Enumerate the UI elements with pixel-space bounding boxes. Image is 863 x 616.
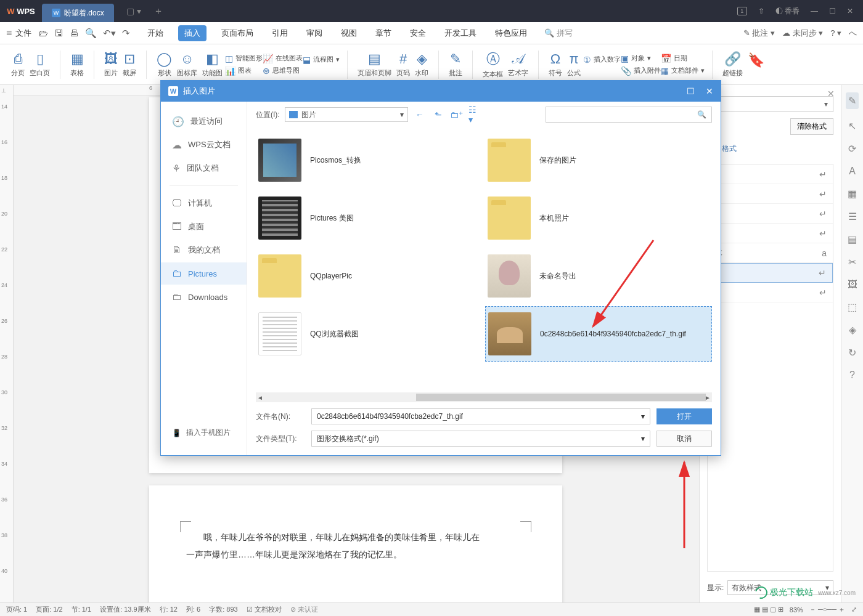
equation-button[interactable]: π公式 [565,51,583,78]
file-item[interactable]: 本机照片 [485,190,712,246]
preview-icon[interactable]: 🔍 [85,28,97,39]
sidebar-item-computer[interactable]: 🖵计算机 [161,192,247,214]
sidebar-item-recent[interactable]: 🕘最近访问 [161,110,247,132]
file-menu[interactable]: 文件 [15,28,31,39]
fit-icon[interactable]: ⤢ [851,606,857,614]
help-icon[interactable]: ? ▾ [830,28,841,38]
save-icon[interactable]: 🖫 [54,28,63,39]
panel-close-icon[interactable]: ✕ [827,89,835,99]
screenshot-button[interactable]: ⊡截屏 [120,51,139,78]
print-icon[interactable]: 🖶 [70,28,79,39]
file-item[interactable]: 保存的图片 [485,132,712,188]
refresh-icon[interactable]: ⟳ [848,143,856,155]
minimize-icon[interactable]: — [811,7,818,15]
file-item[interactable]: QQplayerPic [256,248,483,304]
pagebreak-button[interactable]: ⎙分页 [9,51,27,78]
horizontal-scrollbar[interactable]: ◄ ► [256,392,712,402]
clear-format-button[interactable]: 清除格式 [790,118,833,135]
bookmark-button[interactable]: 🔖 [745,52,767,77]
flowchart-button[interactable]: ⬓流程图 ▾ [303,55,340,65]
open-button[interactable]: 打开 [656,408,712,424]
maximize-icon[interactable]: ☐ [829,7,836,15]
image-icon[interactable]: 🖼 [848,279,857,290]
tab-view[interactable]: 视图 [337,25,361,41]
cursor-icon[interactable]: ↖ [848,120,856,132]
tab-reference[interactable]: 引用 [268,25,292,41]
ribbon-search[interactable]: 🔍 拼写 [544,28,573,39]
clip-icon[interactable]: ✂ [848,256,856,268]
comment-button[interactable]: ✎批注 [446,51,465,78]
zoom-out-icon[interactable]: － ─○── ＋ [809,605,845,614]
tab-dev[interactable]: 开发工具 [441,25,480,41]
pageno-button[interactable]: #页码 [394,51,412,78]
table-button[interactable]: ▦表格 [68,51,86,78]
counter-box[interactable]: 1 [737,7,747,15]
sidebar-item-cloud[interactable]: ☁WPS云文档 [161,134,247,156]
watermark-button[interactable]: ◈水印 [412,51,431,78]
style-row-selected[interactable]: )↵ [708,263,833,283]
back-icon[interactable]: ← [413,108,427,121]
tab-security[interactable]: 安全 [406,25,430,41]
dialog-maximize-icon[interactable]: ☐ [687,86,695,96]
symbol-button[interactable]: Ω符号 [546,51,565,78]
document-tab[interactable]: W 盼望着.docx [42,4,114,22]
number-button[interactable]: ①插入数字 [583,55,621,65]
open-icon[interactable]: 🗁 [39,28,48,39]
file-item[interactable]: Pictures 美图 [256,190,483,246]
file-item-selected[interactable]: 0c2848cb6e614b4f9345940fcba2edc7_th.gif [485,306,712,362]
style-combo[interactable]: )▾ [707,96,833,112]
filename-combo[interactable]: 0c2848cb6e614b4f9345940fcba2edc7_th.gif▾ [311,408,650,424]
style-row[interactable]: ↵ [708,224,833,243]
style-row[interactable]: ↵ [708,283,833,302]
iconlib-button[interactable]: ☺图标库 [174,51,200,78]
date-button[interactable]: 📅日期 [661,54,705,63]
blankpage-button[interactable]: ▯空白页 [27,51,52,78]
style-row[interactable]: ↵ [708,184,833,204]
tab-review[interactable]: 审阅 [303,25,326,41]
gallery-icon[interactable]: ⬚ [848,301,857,313]
style-row[interactable]: 体a [708,243,833,263]
dialog-close-icon[interactable]: ✕ [706,86,713,96]
upload-icon[interactable]: ⇧ [758,7,764,15]
annotate-button[interactable]: ✎ 批注 ▾ [743,28,775,39]
tab-section[interactable]: 章节 [372,25,395,41]
docpart-button[interactable]: ▦文档部件 ▾ [661,66,705,76]
status-auth[interactable]: ⊘ 未认证 [290,605,318,614]
hamburger-icon[interactable]: ≡ [6,28,12,39]
sidebar-item-desktop[interactable]: 🗔桌面 [161,216,247,238]
close-icon[interactable]: ✕ [847,7,853,15]
help-icon[interactable]: ? [849,370,855,381]
scrollbar-thumb[interactable] [416,394,706,401]
view-mode-icon[interactable]: ☷ ▾ [468,108,482,121]
add-tab-button[interactable]: ＋ [153,5,163,18]
scroll-left-icon[interactable]: ◄ [257,394,263,401]
chart-button[interactable]: 📊图表 [225,66,263,76]
user-avatar[interactable]: ◐ 香香 [775,6,800,17]
up-icon[interactable]: ⬑ [432,108,445,121]
onlinechart-button[interactable]: 📈在线图表 [263,54,303,63]
file-item[interactable]: 未命名导出 [485,248,712,304]
tab-options-icon[interactable]: ▢ ▾ [126,6,141,16]
tab-special[interactable]: 特色应用 [491,25,531,41]
headerfooter-button[interactable]: ▤页眉和页脚 [355,51,394,78]
file-item[interactable]: QQ浏览器截图 [256,306,483,362]
sidebar-item-team[interactable]: ⚘团队文档 [161,157,247,179]
used-format-link[interactable]: 用的格式 [707,144,833,154]
layers-icon[interactable]: ▤ [848,233,857,245]
sidebar-item-downloads[interactable]: 🗀Downloads [161,286,247,308]
textbox-button[interactable]: Ⓐ文本框 [480,50,505,79]
list-icon[interactable]: ☰ [848,211,857,222]
tab-layout[interactable]: 页面布局 [218,25,257,41]
shapes-button[interactable]: ◯形状 [154,51,174,78]
hyperlink-button[interactable]: 🔗超链接 [720,51,745,78]
view-mode-icons[interactable]: ▦ ▤ ▢ ⊞ [754,606,783,614]
style-row[interactable]: ↵ [708,164,833,184]
sidebar-item-mydocs[interactable]: 🗎我的文档 [161,239,247,261]
status-proof[interactable]: ☑ 文档校对 [247,605,282,614]
attachment-button[interactable]: 📎插入附件 [621,66,661,76]
smartgraphic-button[interactable]: ◧功能图 [200,51,225,78]
location-combo[interactable]: 图片 ▾ [285,107,408,122]
scroll-right-icon[interactable]: ► [705,394,711,401]
mindmap-button[interactable]: ⊛思维导图 [263,66,303,76]
style-row[interactable]: ↵ [708,204,833,224]
